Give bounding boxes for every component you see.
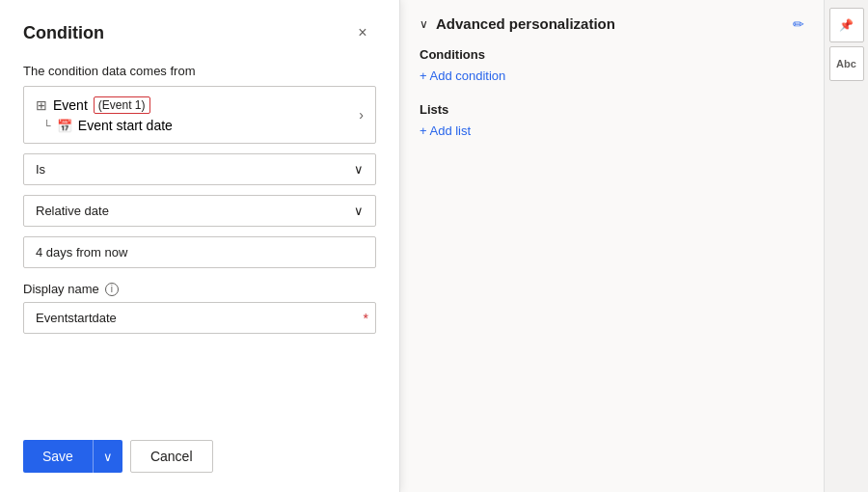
display-name-input-wrap: * <box>23 302 376 334</box>
event-name: Event <box>53 97 88 113</box>
event-badge: (Event 1) <box>94 96 150 114</box>
dialog-header: Condition × <box>23 19 376 46</box>
info-icon[interactable]: i <box>105 283 119 296</box>
advanced-section-header: ∨ Advanced personalization ✏ <box>420 15 804 32</box>
condition-type-dropdown[interactable]: Is ∨ <box>23 153 376 185</box>
save-button[interactable]: Save <box>23 440 93 473</box>
right-panel: ∨ Advanced personalization ✏ Conditions … <box>400 0 824 492</box>
chevron-down-icon-2: ∨ <box>354 204 364 218</box>
date-type-dropdown[interactable]: Relative date ∨ <box>23 195 376 227</box>
condition-dialog: Condition × The condition data comes fro… <box>0 0 400 492</box>
conditions-section: Conditions + Add condition <box>420 47 804 83</box>
date-value-text: 4 days from now <box>36 245 127 260</box>
datasource-selector[interactable]: ⊞ Event (Event 1) └ 📅 Event start date › <box>23 86 376 144</box>
pin-icon: 📌 <box>839 18 854 32</box>
dialog-footer: Save ∨ Cancel <box>23 424 376 473</box>
conditions-title: Conditions <box>420 47 804 62</box>
collapse-icon[interactable]: ∨ <box>420 17 428 31</box>
event-sub-label: Event start date <box>78 118 173 133</box>
tree-connector-icon: └ <box>43 120 51 131</box>
save-dropdown-chevron-icon: ∨ <box>103 450 113 464</box>
add-list-link[interactable]: + Add list <box>420 123 471 138</box>
close-button[interactable]: × <box>349 19 376 46</box>
abc-icon: Abc <box>836 58 856 69</box>
right-content: ∨ Advanced personalization ✏ Conditions … <box>400 0 824 492</box>
save-button-group: Save ∨ <box>23 440 122 473</box>
display-name-label: Display name i <box>23 282 376 296</box>
calendar-icon: 📅 <box>57 119 72 133</box>
dialog-title: Condition <box>23 23 104 43</box>
abc-button[interactable]: Abc <box>829 46 864 81</box>
lists-title: Lists <box>420 102 804 117</box>
chevron-right-icon: › <box>359 107 364 123</box>
cancel-button[interactable]: Cancel <box>130 440 213 473</box>
condition-type-value: Is <box>36 162 45 177</box>
date-value-field: 4 days from now <box>23 236 376 268</box>
table-icon: ⊞ <box>36 97 47 113</box>
datasource-label: The condition data comes from <box>23 64 376 78</box>
add-condition-link[interactable]: + Add condition <box>420 68 505 83</box>
date-type-value: Relative date <box>36 204 109 218</box>
save-dropdown-button[interactable]: ∨ <box>93 440 122 473</box>
display-name-input[interactable] <box>23 302 376 334</box>
edit-icon[interactable]: ✏ <box>793 16 804 32</box>
advanced-section-title: Advanced personalization <box>436 15 785 32</box>
sidebar-icons: 📌 Abc <box>824 0 868 492</box>
required-star: * <box>364 311 368 326</box>
lists-section: Lists + Add list <box>420 102 804 138</box>
pin-button[interactable]: 📌 <box>829 8 864 42</box>
chevron-down-icon: ∨ <box>354 162 364 177</box>
